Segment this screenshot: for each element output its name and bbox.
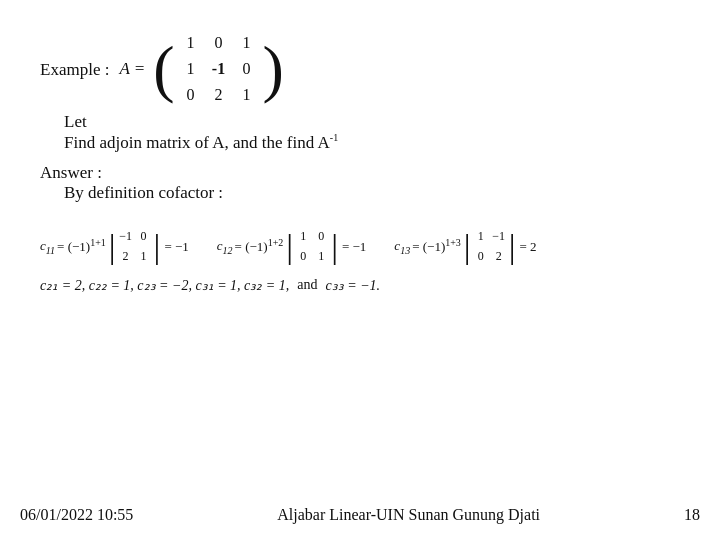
sm-cell: 0: [300, 249, 306, 264]
answer-section: Answer : By definition cofactor :: [40, 163, 680, 203]
matrix-area: A = ( 1 0 1 1 -1 0 0: [119, 30, 285, 108]
matrix-cell: 1: [177, 34, 205, 52]
sm-left: |: [286, 230, 293, 264]
sm-grid: 1 0 0 1: [294, 227, 330, 267]
left-bracket: (: [153, 37, 174, 101]
c13-result: = 2: [519, 239, 536, 255]
matrix-cell: 1: [233, 34, 261, 52]
matrix-cell: 0: [177, 86, 205, 104]
matrix-cell: -1: [205, 60, 233, 78]
sm-cell: 0: [318, 229, 324, 244]
cofactor-c13: c13 = (−1)1+3 | 1 −1 0 2 | = 2: [394, 227, 536, 267]
c11-label: c11: [40, 238, 55, 256]
and-text: and: [297, 277, 317, 293]
c13-eq: = (−1)1+3: [412, 237, 461, 255]
matrix-label: A =: [119, 59, 145, 79]
sm-right: |: [331, 230, 338, 264]
sm-cell: 1: [478, 229, 484, 244]
sm-cell: 1: [141, 249, 147, 264]
sm-cell: 0: [478, 249, 484, 264]
cofactor-c12: c12 = (−1)1+2 | 1 0 0 1 | = −1: [217, 227, 367, 267]
c11-eq: = (−1)1+1: [57, 237, 106, 255]
sm-right: |: [154, 230, 161, 264]
find-line: Find adjoin matrix of A, and the find A-…: [40, 132, 338, 153]
sm-cell: −1: [119, 229, 132, 244]
matrix-cell: 0: [233, 60, 261, 78]
c11-matrix: | −1 0 2 1 |: [108, 227, 162, 267]
sm-left: |: [109, 230, 116, 264]
c12-label: c12: [217, 238, 233, 256]
let-text: Let: [64, 112, 87, 131]
c13-label: c13: [394, 238, 410, 256]
let-line: Let: [40, 112, 87, 132]
matrix-cell: 0: [205, 34, 233, 52]
find-superscript: -1: [330, 132, 338, 143]
cofactors-row: c11 = (−1)1+1 | −1 0 2 1 | = −1 c12 = (−…: [40, 227, 680, 267]
matrix-grid: 1 0 1 1 -1 0 0 2 1: [177, 30, 261, 108]
sm-right: |: [509, 230, 516, 264]
sm-cell: 1: [300, 229, 306, 244]
c33-text: c₃₃ = −1.: [325, 277, 380, 294]
cvalues-row: c₂₁ = 2, c₂₂ = 1, c₂₃ = −2, c₃₁ = 1, c₃₂…: [40, 277, 680, 294]
footer-title: Aljabar Linear-UIN Sunan Gunung Djati: [277, 506, 540, 524]
sm-cell: 1: [318, 249, 324, 264]
c11-result: = −1: [164, 239, 188, 255]
example-label: Example :: [40, 60, 109, 80]
right-bracket: ): [263, 37, 284, 101]
answer-label: Answer :: [40, 163, 680, 183]
matrix-cell: 1: [177, 60, 205, 78]
top-section: Example : A = ( 1 0 1 1 -1: [40, 30, 680, 153]
footer: 06/01/2022 10:55 Aljabar Linear-UIN Suna…: [0, 506, 720, 524]
sm-left: |: [464, 230, 471, 264]
sm-grid: −1 0 2 1: [117, 227, 153, 267]
sm-cell: −1: [492, 229, 505, 244]
cvalues-text: c₂₁ = 2, c₂₂ = 1, c₂₃ = −2, c₃₁ = 1, c₃₂…: [40, 277, 289, 294]
matrix-cell: 2: [205, 86, 233, 104]
c13-matrix: | 1 −1 0 2 |: [463, 227, 517, 267]
slide: Example : A = ( 1 0 1 1 -1: [0, 0, 720, 540]
c12-eq: = (−1)1+2: [235, 237, 284, 255]
matrix-cell: 1: [233, 86, 261, 104]
sm-cell: 2: [496, 249, 502, 264]
by-definition: By definition cofactor :: [40, 183, 680, 203]
find-text: Find adjoin matrix of A, and the find A: [64, 133, 330, 152]
footer-date: 06/01/2022 10:55: [20, 506, 133, 524]
sm-cell: 0: [141, 229, 147, 244]
matrix-wrapper: ( 1 0 1 1 -1 0 0 2: [151, 30, 286, 108]
c12-result: = −1: [342, 239, 366, 255]
sm-cell: 2: [123, 249, 129, 264]
sm-grid: 1 −1 0 2: [472, 227, 508, 267]
footer-page: 18: [684, 506, 700, 524]
c12-matrix: | 1 0 0 1 |: [285, 227, 339, 267]
cofactor-c11: c11 = (−1)1+1 | −1 0 2 1 | = −1: [40, 227, 189, 267]
